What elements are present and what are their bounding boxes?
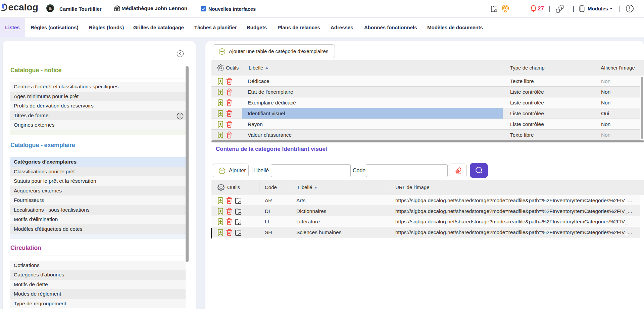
svg-text:ecalog: ecalog bbox=[8, 2, 38, 12]
